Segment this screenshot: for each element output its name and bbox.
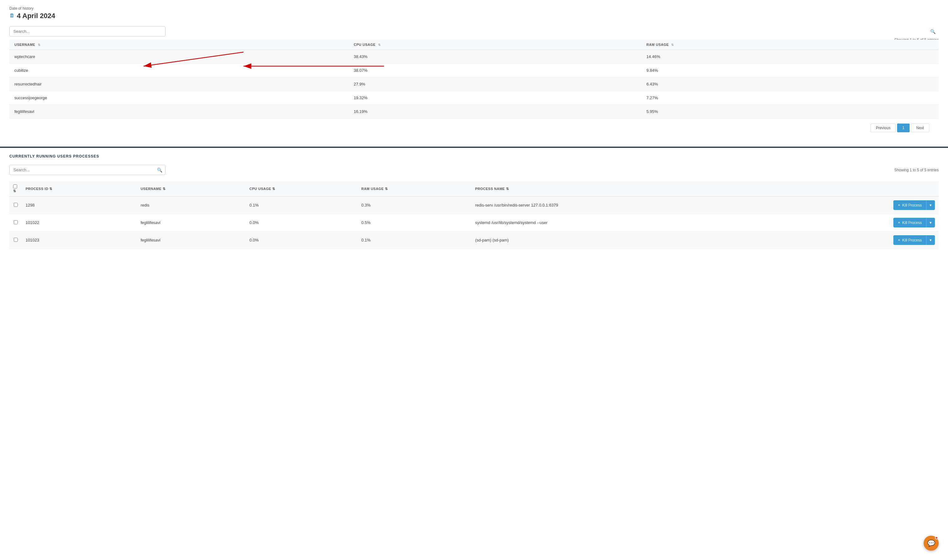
col-checkbox: ⇅: [9, 181, 22, 197]
cell-proc-ram: 0.5%: [358, 214, 472, 231]
sort-icon-cpu: ⇅: [378, 43, 381, 46]
top-data-table: USERNAME ⇅ CPU USAGE ⇅ RAM USAGE ⇅ wptec…: [9, 40, 939, 118]
bottom-entries-info: Showing 1 to 5 of 5 entries: [894, 165, 939, 172]
table-row: cubitize 38.07% 9.84%: [9, 64, 939, 77]
bottom-search-button[interactable]: 🔍: [157, 168, 162, 172]
col-proc-username: USERNAME ⇅: [137, 181, 246, 197]
col-cpu-usage: CPU USAGE ⇅: [349, 40, 641, 50]
top-table-header-row: USERNAME ⇅ CPU USAGE ⇅ RAM USAGE ⇅: [9, 40, 939, 50]
col-process-name: PROCESS NAME ⇅: [471, 181, 775, 197]
list-item: 101022 feglilifesavi 0.0% 0.5% systemd /…: [9, 214, 939, 231]
cell-cpu-usage: 16.19%: [349, 105, 641, 118]
next-button[interactable]: Next: [911, 123, 929, 132]
top-search-input[interactable]: [9, 26, 165, 37]
list-item: 1298 redis 0.1% 0.3% redis-serv /usr/bin…: [9, 197, 939, 214]
top-table-wrapper: USERNAME ⇅ CPU USAGE ⇅ RAM USAGE ⇅ wptec…: [9, 40, 939, 118]
sort-icon-proc-user: ⇅: [163, 187, 166, 191]
table-row: resurrectedhair 27.9% 6.43%: [9, 77, 939, 91]
cell-checkbox: [9, 231, 22, 249]
list-item: 101023 feglilifesavi 0.0% 0.1% (sd-pam) …: [9, 231, 939, 249]
x-icon: ✕: [898, 221, 900, 224]
cell-cpu-usage: 27.9%: [349, 77, 641, 91]
x-icon: ✕: [898, 203, 900, 207]
kill-dropdown-button[interactable]: ▾: [926, 200, 935, 210]
page-1-button[interactable]: 1: [897, 123, 910, 132]
kill-btn-group: ✕ Kill Process ▾: [893, 200, 935, 210]
processes-table: ⇅ PROCESS ID ⇅ USERNAME ⇅ CPU USAGE ⇅ RA…: [9, 181, 939, 249]
top-table-body: wptechcare 38.43% 14.46% cubitize 38.07%…: [9, 50, 939, 118]
cell-proc-username: feglilifesavi: [137, 214, 246, 231]
kill-btn-group: ✕ Kill Process ▾: [893, 235, 935, 245]
col-username: USERNAME ⇅: [9, 40, 349, 50]
cell-ram-usage: 6.43%: [641, 77, 939, 91]
previous-button[interactable]: Previous: [871, 123, 896, 132]
sort-icon-proc-ram: ⇅: [385, 187, 388, 191]
cell-process-name: (sd-pam) (sd-pam): [471, 231, 775, 249]
kill-button-label: Kill Process: [902, 238, 922, 242]
cell-process-name: redis-serv /usr/bin/redis-server 127.0.0…: [471, 197, 775, 214]
row-checkbox[interactable]: [14, 220, 18, 224]
date-value: 🗓 4 April 2024: [9, 12, 939, 20]
processes-header-row: ⇅ PROCESS ID ⇅ USERNAME ⇅ CPU USAGE ⇅ RA…: [9, 181, 939, 197]
cell-username: wptechcare: [9, 50, 349, 64]
col-proc-ram: RAM USAGE ⇅: [358, 181, 472, 197]
row-checkbox[interactable]: [14, 238, 18, 242]
processes-table-body: 1298 redis 0.1% 0.3% redis-serv /usr/bin…: [9, 197, 939, 249]
sort-icon-proc-name: ⇅: [506, 187, 509, 191]
cell-kill-action: ✕ Kill Process ▾: [775, 197, 939, 214]
cell-ram-usage: 9.84%: [641, 64, 939, 77]
top-search-button[interactable]: 🔍: [930, 29, 936, 34]
cell-username: cubitize: [9, 64, 349, 77]
cell-proc-cpu: 0.0%: [246, 214, 358, 231]
cell-username: successjoegeorge: [9, 91, 349, 105]
select-all-checkbox[interactable]: [13, 185, 17, 188]
kill-process-button[interactable]: ✕ Kill Process: [893, 218, 926, 228]
cell-cpu-usage: 19.32%: [349, 91, 641, 105]
cell-kill-action: ✕ Kill Process ▾: [775, 214, 939, 231]
calendar-icon: 🗓: [9, 13, 14, 19]
cell-cpu-usage: 38.07%: [349, 64, 641, 77]
table-row: successjoegeorge 19.32% 7.27%: [9, 91, 939, 105]
kill-btn-group: ✕ Kill Process ▾: [893, 218, 935, 228]
kill-process-button[interactable]: ✕ Kill Process: [893, 235, 926, 245]
cell-proc-cpu: 0.0%: [246, 231, 358, 249]
sort-icon-pid: ⇅: [49, 187, 52, 191]
cell-ram-usage: 7.27%: [641, 91, 939, 105]
cell-pid: 101022: [22, 214, 137, 231]
processes-section-title: CURRENTLY RUNNING USERS PROCESSES: [9, 154, 939, 158]
processes-table-header: ⇅ PROCESS ID ⇅ USERNAME ⇅ CPU USAGE ⇅ RA…: [9, 181, 939, 197]
kill-process-button[interactable]: ✕ Kill Process: [893, 200, 926, 210]
date-label: Date of history: [9, 6, 939, 11]
sort-icon-proc-cpu: ⇅: [272, 187, 275, 191]
table-row: wptechcare 38.43% 14.46%: [9, 50, 939, 64]
col-proc-cpu: CPU USAGE ⇅: [246, 181, 358, 197]
cell-proc-ram: 0.1%: [358, 231, 472, 249]
cell-checkbox: [9, 197, 22, 214]
top-table-header: USERNAME ⇅ CPU USAGE ⇅ RAM USAGE ⇅: [9, 40, 939, 50]
col-ram-usage: RAM USAGE ⇅: [641, 40, 939, 50]
kill-button-label: Kill Process: [902, 203, 922, 208]
bottom-search-bar: 🔍: [9, 165, 165, 175]
bottom-search-input[interactable]: [9, 165, 165, 175]
col-process-id: PROCESS ID ⇅: [22, 181, 137, 197]
top-section: Date of history 🗓 4 April 2024 🔍 Showing…: [0, 0, 948, 147]
cell-pid: 101023: [22, 231, 137, 249]
col-actions: [775, 181, 939, 197]
cell-cpu-usage: 38.43%: [349, 50, 641, 64]
cell-checkbox: [9, 214, 22, 231]
cell-ram-usage: 14.46%: [641, 50, 939, 64]
cell-username: resurrectedhair: [9, 77, 349, 91]
cell-process-name: systemd /usr/lib/systemd/systemd --user: [471, 214, 775, 231]
cell-proc-ram: 0.3%: [358, 197, 472, 214]
cell-proc-username: redis: [137, 197, 246, 214]
top-search-bar: 🔍: [9, 26, 939, 37]
kill-dropdown-button[interactable]: ▾: [926, 235, 935, 245]
row-checkbox[interactable]: [14, 203, 18, 207]
sort-icon-username: ⇅: [38, 43, 40, 46]
kill-dropdown-button[interactable]: ▾: [926, 218, 935, 228]
sort-icon-ram: ⇅: [671, 43, 674, 46]
cell-ram-usage: 5.95%: [641, 105, 939, 118]
kill-button-label: Kill Process: [902, 221, 922, 225]
bottom-section: CURRENTLY RUNNING USERS PROCESSES 🔍 Show…: [0, 148, 948, 258]
cell-proc-cpu: 0.1%: [246, 197, 358, 214]
